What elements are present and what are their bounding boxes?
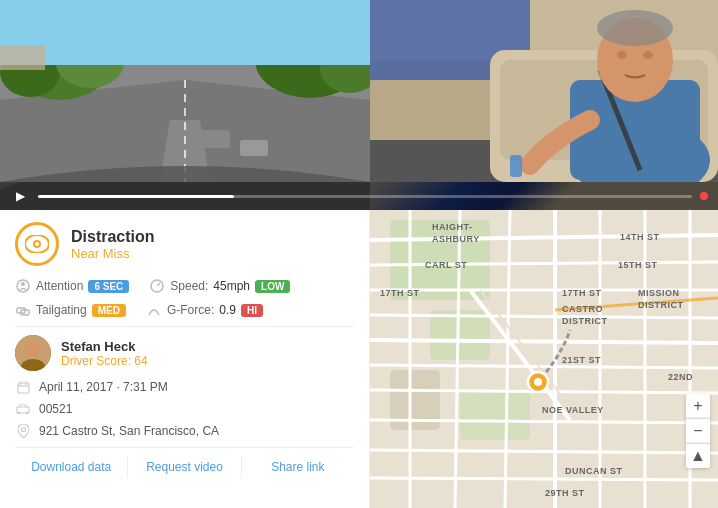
- svg-point-25: [643, 51, 653, 59]
- gforce-stat: G-Force: 0.9 HI: [146, 302, 263, 318]
- map-label-castro: CASTRODISTRICT: [562, 304, 608, 327]
- gforce-label: G-Force:: [167, 303, 214, 317]
- zoom-out-button[interactable]: −: [686, 419, 710, 443]
- map-label-29th: 29th St: [545, 488, 585, 498]
- request-video-link[interactable]: Request video: [128, 456, 241, 478]
- road-camera-view: [0, 0, 370, 210]
- svg-line-34: [157, 283, 160, 286]
- svg-rect-13: [240, 140, 268, 156]
- map-controls[interactable]: + − ▲: [686, 394, 710, 468]
- map-label-22nd: 22nd: [668, 372, 693, 382]
- driver-avatar: [15, 335, 51, 371]
- download-link[interactable]: Download data: [15, 456, 128, 478]
- date-value: April 11, 2017 · 7:31 PM: [39, 380, 168, 394]
- gforce-value: 0.9: [219, 303, 236, 317]
- svg-point-24: [617, 51, 627, 59]
- svg-rect-11: [0, 45, 45, 70]
- speed-value: 45mph: [213, 279, 250, 293]
- vehicle-row: 00521: [15, 401, 354, 417]
- event-info: Distraction Near Miss: [71, 227, 155, 261]
- svg-rect-27: [510, 155, 522, 177]
- svg-point-32: [21, 282, 25, 286]
- map-label-noe: NOE VALLEY: [542, 405, 604, 415]
- location-icon: [15, 423, 31, 439]
- svg-point-73: [534, 378, 542, 386]
- speed-label: Speed:: [170, 279, 208, 293]
- map-label-15th: 15th St: [618, 260, 658, 270]
- driver-camera-view: [370, 0, 718, 210]
- stats-row-2: Tailgating MED G-Force: 0.9 HI: [15, 302, 354, 318]
- action-links: Download data Request video Share link: [15, 447, 354, 478]
- map-svg: [370, 210, 718, 508]
- info-panel: Distraction Near Miss Attention 6 SEC: [0, 210, 370, 508]
- gforce-icon: [146, 302, 162, 318]
- north-button[interactable]: ▲: [686, 444, 710, 468]
- event-subtitle: Near Miss: [71, 246, 155, 261]
- map-label-haight: HAIGHT-ASHBURY: [432, 222, 480, 245]
- attention-icon: [15, 278, 31, 294]
- tailgating-label: Tailgating: [36, 303, 87, 317]
- tailgating-badge: MED: [92, 304, 126, 317]
- svg-point-45: [18, 412, 21, 415]
- calendar-icon: [15, 379, 31, 395]
- tailgating-icon: [15, 302, 31, 318]
- attention-badge: 6 SEC: [88, 280, 129, 293]
- map-label-mission: MISSIONDISTRICT: [638, 288, 684, 311]
- svg-rect-50: [430, 310, 490, 360]
- recording-indicator: [700, 192, 708, 200]
- map-label-14th: 14th St: [620, 232, 660, 242]
- gforce-badge: HI: [241, 304, 263, 317]
- svg-point-38: [25, 341, 41, 357]
- svg-rect-52: [460, 390, 530, 440]
- attention-stat: Attention 6 SEC: [15, 278, 129, 294]
- stats-row-1: Attention 6 SEC Speed: 45mph LOW: [15, 278, 354, 294]
- svg-point-47: [21, 428, 25, 432]
- progress-bar[interactable]: [38, 195, 692, 198]
- svg-rect-10: [0, 0, 370, 65]
- driver-row: Stefan Heck Driver Score: 64: [15, 335, 354, 371]
- date-row: April 11, 2017 · 7:31 PM: [15, 379, 354, 395]
- speed-stat: Speed: 45mph LOW: [149, 278, 290, 294]
- event-header: Distraction Near Miss: [15, 222, 354, 266]
- map-label-17th-left: 17th St: [380, 288, 420, 298]
- car-icon: [15, 401, 31, 417]
- video-section: ▶: [0, 0, 718, 210]
- svg-rect-12: [200, 130, 230, 148]
- divider-1: [15, 326, 354, 327]
- bottom-section: Distraction Near Miss Attention 6 SEC: [0, 210, 718, 508]
- map-label-duncan: Duncan St: [565, 466, 623, 476]
- zoom-in-button[interactable]: +: [686, 394, 710, 418]
- svg-line-62: [370, 478, 718, 480]
- map-label-17th: 17th St: [562, 288, 602, 298]
- vehicle-id: 00521: [39, 402, 72, 416]
- share-link[interactable]: Share link: [242, 456, 354, 478]
- svg-point-46: [26, 412, 29, 415]
- driver-score: Driver Score: 64: [61, 354, 148, 368]
- map-label-21st: 21st St: [562, 355, 601, 365]
- video-controls[interactable]: ▶: [0, 182, 718, 210]
- svg-point-30: [35, 242, 39, 246]
- speed-badge: LOW: [255, 280, 290, 293]
- driver-name: Stefan Heck: [61, 339, 148, 354]
- speed-icon: [149, 278, 165, 294]
- tailgating-stat: Tailgating MED: [15, 302, 126, 318]
- map-panel[interactable]: HAIGHT-ASHBURY 14th St Carl St 15th St 1…: [370, 210, 718, 508]
- svg-point-26: [597, 10, 673, 46]
- svg-rect-40: [18, 383, 29, 393]
- attention-label: Attention: [36, 279, 83, 293]
- address-value: 921 Castro St, San Francisco, CA: [39, 424, 219, 438]
- play-button[interactable]: ▶: [10, 186, 30, 206]
- driver-details: Stefan Heck Driver Score: 64: [61, 339, 148, 368]
- map-label-carl: Carl St: [425, 260, 467, 270]
- event-title: Distraction: [71, 227, 155, 246]
- address-row: 921 Castro St, San Francisco, CA: [15, 423, 354, 439]
- progress-fill: [38, 195, 234, 198]
- event-icon: [15, 222, 59, 266]
